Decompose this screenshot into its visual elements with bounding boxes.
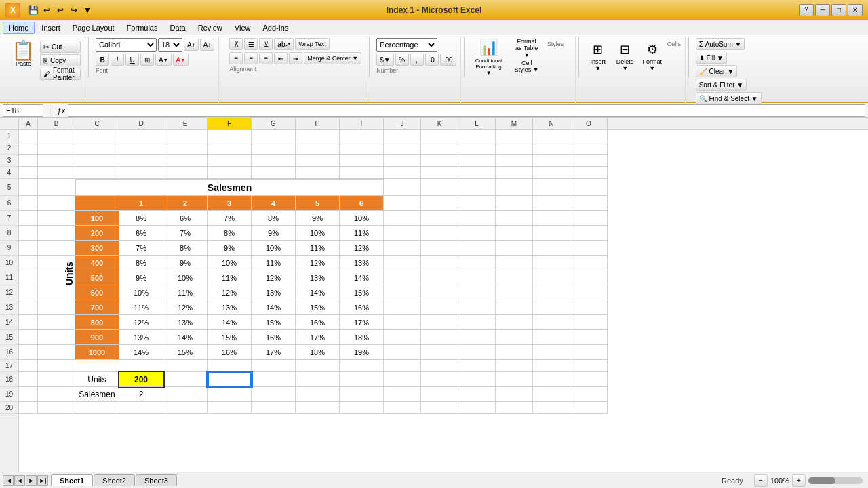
cell-e20[interactable] xyxy=(163,402,208,414)
row-8[interactable]: 8 xyxy=(0,226,18,241)
cell-g4[interactable] xyxy=(252,167,296,179)
cell-d16[interactable]: 14% xyxy=(119,345,163,360)
row-17[interactable]: 17 xyxy=(0,360,18,372)
cell-h9[interactable]: 11% xyxy=(296,241,340,256)
cell-e9[interactable]: 8% xyxy=(163,241,208,256)
cell-g11[interactable]: 12% xyxy=(252,270,296,285)
bold-button[interactable]: B xyxy=(96,54,109,66)
cell-l15[interactable] xyxy=(458,330,496,345)
cell-i16[interactable]: 19% xyxy=(340,345,384,360)
row-2[interactable]: 2 xyxy=(0,142,18,155)
cell-n9[interactable] xyxy=(533,241,570,256)
col-header-b[interactable]: B xyxy=(38,118,75,129)
menu-addins[interactable]: Add-Ins xyxy=(257,22,294,33)
cell-k11[interactable] xyxy=(421,270,458,285)
cell-o14[interactable] xyxy=(570,315,608,330)
col-header-g[interactable]: G xyxy=(252,118,296,129)
cell-d1[interactable] xyxy=(119,130,163,142)
align-right-button[interactable]: ≡ xyxy=(259,52,273,64)
cell-c14[interactable]: 800 xyxy=(75,315,119,330)
cell-c18-units-label[interactable]: Units xyxy=(75,372,119,387)
cell-o13[interactable] xyxy=(570,300,608,315)
font-size-select[interactable]: 18 xyxy=(158,38,182,52)
cell-g15[interactable]: 16% xyxy=(252,330,296,345)
cell-n7[interactable] xyxy=(533,211,570,226)
cell-k15[interactable] xyxy=(421,330,458,345)
decrease-decimal-button[interactable]: .0 xyxy=(425,54,439,66)
cell-c13[interactable]: 700 xyxy=(75,300,119,315)
cell-styles-button[interactable]: CellStyles ▼ xyxy=(509,58,545,75)
cell-b5[interactable] xyxy=(38,179,75,196)
increase-indent-button[interactable]: ⇥ xyxy=(289,52,302,64)
restore-button[interactable]: □ xyxy=(831,4,846,16)
cell-n17[interactable] xyxy=(533,360,570,372)
cell-o3[interactable] xyxy=(570,155,608,167)
cell-m1[interactable] xyxy=(496,130,533,142)
cell-h17[interactable] xyxy=(296,360,340,372)
cell-o2[interactable] xyxy=(570,142,608,155)
cell-m6[interactable] xyxy=(496,196,533,211)
cell-i18[interactable] xyxy=(340,372,384,387)
format-cells-button[interactable]: ⚙ Format ▼ xyxy=(640,39,665,75)
cell-i2[interactable] xyxy=(340,142,384,155)
find-select-button[interactable]: 🔍 Find & Select ▼ xyxy=(696,92,762,104)
cell-b11[interactable] xyxy=(38,270,75,285)
clear-button[interactable]: 🧹 Clear ▼ xyxy=(696,65,737,77)
cell-b4[interactable] xyxy=(38,167,75,179)
cell-o20[interactable] xyxy=(570,402,608,414)
cell-n3[interactable] xyxy=(533,155,570,167)
cell-o11[interactable] xyxy=(570,270,608,285)
cell-d10[interactable]: 8% xyxy=(119,256,163,270)
cell-j5[interactable] xyxy=(384,179,421,196)
cell-j16[interactable] xyxy=(384,345,421,360)
cell-e16[interactable]: 15% xyxy=(163,345,208,360)
cell-d3[interactable] xyxy=(119,155,163,167)
cell-e13[interactable]: 12% xyxy=(163,300,208,315)
row-5[interactable]: 5 xyxy=(0,179,18,196)
sheet-prev-button[interactable]: ◄ xyxy=(14,475,25,486)
insert-cells-button[interactable]: ⊞ Insert ▼ xyxy=(586,39,610,75)
function-wizard-icon[interactable]: ƒx xyxy=(58,106,66,115)
cell-j12[interactable] xyxy=(384,285,421,300)
cell-g18[interactable] xyxy=(252,372,296,387)
cell-c16[interactable]: 1000 xyxy=(75,345,119,360)
cell-g20[interactable] xyxy=(252,402,296,414)
col-header-e[interactable]: E xyxy=(163,118,208,129)
cell-h11[interactable]: 13% xyxy=(296,270,340,285)
cell-j9[interactable] xyxy=(384,241,421,256)
cell-f6[interactable]: 3 xyxy=(208,196,252,211)
cell-k12[interactable] xyxy=(421,285,458,300)
cell-f19[interactable] xyxy=(208,387,252,402)
row-11[interactable]: 11 xyxy=(0,270,18,285)
sheet-first-button[interactable]: |◄ xyxy=(3,475,14,486)
cell-n5[interactable] xyxy=(533,179,570,196)
cell-l3[interactable] xyxy=(458,155,496,167)
cell-m12[interactable] xyxy=(496,285,533,300)
cell-k3[interactable] xyxy=(421,155,458,167)
cell-b1[interactable] xyxy=(38,130,75,142)
cell-b8[interactable] xyxy=(38,226,75,241)
cell-o1[interactable] xyxy=(570,130,608,142)
row-10[interactable]: 10 xyxy=(0,256,18,270)
cell-f8[interactable]: 8% xyxy=(208,226,252,241)
conditional-formatting-button[interactable]: 📊 ConditionalFormatting ▼ xyxy=(471,39,507,75)
cell-d14[interactable]: 12% xyxy=(119,315,163,330)
comma-button[interactable]: , xyxy=(410,54,424,66)
align-bottom-button[interactable]: ⊻ xyxy=(259,38,273,50)
salesmen-header-cell[interactable]: Salesmen xyxy=(75,179,384,196)
cell-l9[interactable] xyxy=(458,241,496,256)
cell-e12[interactable]: 11% xyxy=(163,285,208,300)
cell-o19[interactable] xyxy=(570,387,608,402)
cell-i8[interactable]: 11% xyxy=(340,226,384,241)
cell-j20[interactable] xyxy=(384,402,421,414)
row-1[interactable]: 1 xyxy=(0,130,18,142)
percent-button[interactable]: % xyxy=(395,54,409,66)
merge-center-button[interactable]: Merge & Center ▼ xyxy=(304,52,361,64)
cell-n15[interactable] xyxy=(533,330,570,345)
cell-f11[interactable]: 11% xyxy=(208,270,252,285)
cell-l17[interactable] xyxy=(458,360,496,372)
cell-f14[interactable]: 14% xyxy=(208,315,252,330)
cell-h18[interactable] xyxy=(296,372,340,387)
cell-l20[interactable] xyxy=(458,402,496,414)
cell-n13[interactable] xyxy=(533,300,570,315)
